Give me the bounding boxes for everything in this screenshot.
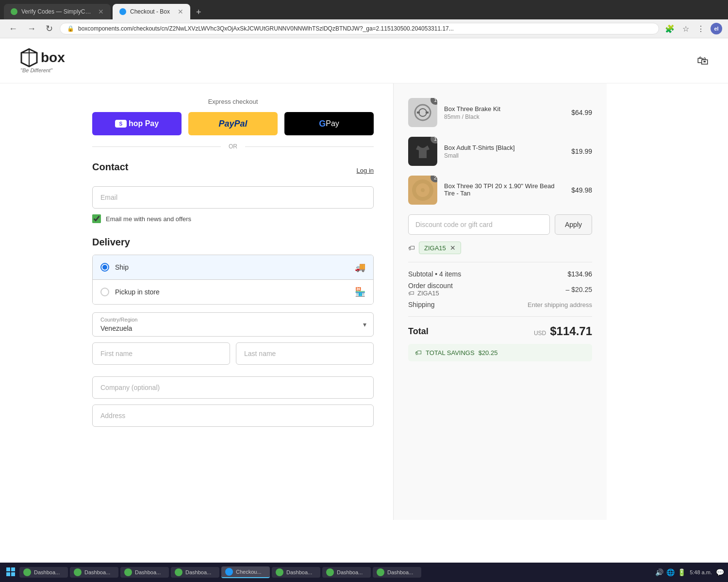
- refresh-button[interactable]: ↻: [43, 22, 56, 35]
- taskbar-item-icon-2: [74, 568, 82, 576]
- browser-toolbar: ← → ↻ 🔒 boxcomponents.com/checkouts/cn/Z…: [0, 19, 728, 38]
- logo-text: box: [41, 50, 65, 65]
- last-name-field: [236, 342, 374, 365]
- shop-pay-button[interactable]: S hop Pay: [92, 112, 182, 135]
- total-currency: USD: [534, 330, 546, 337]
- ship-option[interactable]: Ship 🚚: [93, 255, 373, 279]
- order-summary-panel: 1 Box Three Brake Kit 85mm / Black $64.9…: [393, 83, 607, 520]
- taskbar-network-icon[interactable]: 🌐: [666, 568, 675, 576]
- taskbar-item-3[interactable]: Dashboa...: [120, 567, 169, 577]
- taskbar-item-icon-6: [276, 568, 283, 576]
- lock-icon: 🔒: [67, 25, 74, 32]
- coupon-remove-button[interactable]: ✕: [450, 244, 456, 252]
- item-image-2: 1: [408, 137, 437, 166]
- subtotal-label: Subtotal • 4 items: [408, 270, 461, 278]
- forward-button[interactable]: →: [24, 23, 39, 35]
- browser-tab-2[interactable]: Checkout - Box ✕: [113, 4, 190, 19]
- start-button[interactable]: [4, 565, 17, 577]
- order-discount-left: Order discount 🏷 ZIGA15: [408, 282, 453, 297]
- first-name-field: [92, 342, 230, 365]
- or-line-left: [92, 146, 221, 147]
- or-divider: OR: [92, 143, 374, 150]
- address-input[interactable]: [92, 404, 374, 427]
- taskbar-item-8[interactable]: Dashboa...: [373, 567, 421, 577]
- taskbar-item-2[interactable]: Dashboa...: [70, 567, 118, 577]
- profile-avatar[interactable]: el: [711, 23, 722, 34]
- settings-button[interactable]: ⋮: [695, 23, 707, 34]
- tab-close-1[interactable]: ✕: [98, 8, 104, 16]
- paypal-button[interactable]: PayPal: [188, 112, 278, 135]
- item-image-1: 1: [408, 98, 437, 127]
- address-bar[interactable]: 🔒 boxcomponents.com/checkouts/cn/Z2NwLXV…: [60, 23, 659, 34]
- company-input[interactable]: [92, 376, 374, 399]
- paypal-text: PayPal: [218, 119, 247, 129]
- taskbar-item-5[interactable]: Checkou...: [221, 566, 270, 577]
- browser-tab-1[interactable]: Verify Codes — SimplyCodes ✕: [4, 4, 111, 19]
- total-label: Total: [408, 326, 429, 337]
- new-tab-button[interactable]: +: [192, 5, 205, 19]
- last-name-input[interactable]: [236, 342, 374, 365]
- or-text: OR: [229, 143, 237, 150]
- name-fields: [92, 342, 374, 371]
- taskbar-battery-icon[interactable]: 🔋: [678, 568, 686, 576]
- svg-rect-11: [11, 567, 15, 571]
- taskbar-item-7[interactable]: Dashboa...: [322, 567, 371, 577]
- taskbar-left: Dashboa... Dashboa... Dashboa... Dashboa…: [4, 565, 421, 577]
- contact-header: Contact Log in: [92, 162, 374, 179]
- total-right: USD $114.71: [534, 324, 592, 338]
- taskbar-item-4[interactable]: Dashboa...: [171, 567, 219, 577]
- back-button[interactable]: ←: [6, 23, 20, 35]
- tab-close-2[interactable]: ✕: [178, 8, 183, 16]
- order-item-2: 1 Box Adult T-Shirts [Black] Small $19.9…: [408, 137, 592, 166]
- address-text: boxcomponents.com/checkouts/cn/Z2NwLXVzL…: [78, 25, 652, 32]
- taskbar-sound-icon[interactable]: 🔊: [655, 568, 663, 576]
- main-content: Express checkout S hop Pay PayPal G Pay: [73, 83, 655, 520]
- taskbar-item-label-2: Dashboa...: [84, 569, 110, 575]
- total-row: Total USD $114.71: [408, 324, 592, 338]
- svg-point-9: [421, 188, 425, 192]
- newsletter-row: Email me with news and offers: [92, 214, 374, 223]
- taskbar-item-label-5: Checkou...: [236, 569, 262, 575]
- extensions-button[interactable]: 🧩: [663, 23, 677, 34]
- coupon-tag: 🏷 ZIGA15 ✕: [408, 242, 592, 254]
- discount-sub: 🏷 ZIGA15: [408, 290, 453, 297]
- savings-label: TOTAL SAVINGS: [426, 349, 475, 356]
- cart-button[interactable]: 🛍: [697, 54, 709, 67]
- logo-tagline: "Be Different": [20, 67, 65, 73]
- shipping-value: Enter shipping address: [528, 301, 592, 308]
- log-in-link[interactable]: Log in: [357, 167, 374, 174]
- taskbar-item-6[interactable]: Dashboa...: [272, 567, 320, 577]
- item-info-3: Box Three 30 TPI 20 x 1.90" Wire Bead Ti…: [444, 182, 564, 198]
- apply-button[interactable]: Apply: [555, 214, 592, 235]
- taskbar-item-1[interactable]: Dashboa...: [19, 567, 68, 577]
- country-select[interactable]: Venezuela: [93, 313, 373, 336]
- coupon-code: ZIGA15 ✕: [419, 242, 461, 254]
- svg-rect-12: [6, 572, 10, 576]
- tab-title-1: Verify Codes — SimplyCodes: [21, 8, 94, 15]
- pickup-option[interactable]: Pickup in store 🏪: [93, 279, 373, 304]
- email-input[interactable]: [92, 186, 374, 209]
- item-variant-2: Small: [444, 152, 564, 159]
- shoppay-text: hop Pay: [129, 119, 159, 128]
- svg-rect-13: [11, 572, 15, 576]
- notification-button[interactable]: 💬: [716, 568, 724, 576]
- bookmark-button[interactable]: ☆: [680, 23, 691, 34]
- item-price-3: $49.98: [571, 186, 592, 194]
- tshirt-icon: [413, 142, 432, 161]
- total-value: $114.71: [550, 324, 592, 338]
- google-pay-button[interactable]: G Pay: [284, 112, 374, 135]
- svg-point-4: [419, 109, 427, 116]
- taskbar-item-label-6: Dashboa...: [286, 569, 312, 575]
- company-field: [92, 376, 374, 399]
- ship-label: Ship: [115, 263, 349, 271]
- first-name-input[interactable]: [92, 342, 230, 365]
- pickup-label: Pickup in store: [115, 288, 349, 296]
- item-price-1: $64.99: [571, 109, 592, 116]
- coupon-code-text: ZIGA15: [424, 244, 446, 252]
- taskbar-item-label-4: Dashboa...: [185, 569, 211, 575]
- newsletter-checkbox[interactable]: [92, 214, 101, 223]
- discount-input[interactable]: [408, 214, 550, 235]
- order-item-3: 2 Box Three 30 TPI 20 x 1.90" Wire Bead …: [408, 176, 592, 205]
- savings-value: $20.25: [479, 349, 498, 356]
- shipping-label: Shipping: [408, 301, 435, 308]
